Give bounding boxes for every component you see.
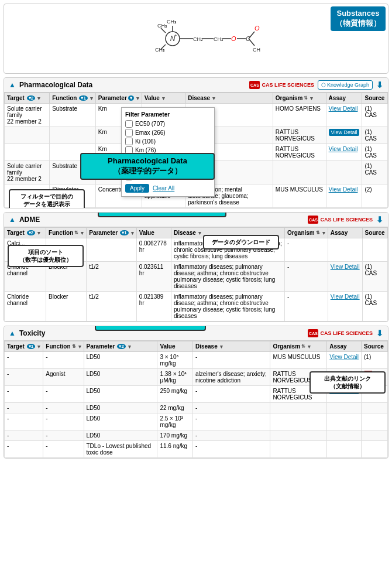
- cell-target: [5, 144, 50, 161]
- cell-source: [362, 441, 388, 458]
- col-source: Source: [362, 93, 388, 104]
- adme-collapse-icon[interactable]: ▲: [9, 216, 16, 224]
- cell-disease: -: [192, 352, 270, 369]
- cell-source: (1) CAS: [362, 161, 388, 184]
- cell-disease: inflammatory diseases; pulmonary disease…: [171, 292, 285, 322]
- cell-parameter: [87, 238, 136, 262]
- tox-col-disease: Disease ▾: [192, 341, 270, 352]
- filter-item: Bmax (48): [125, 173, 211, 180]
- cell-disease: inflammatory diseases; pulmonary disease…: [171, 262, 285, 292]
- cell-value: 250 mg/kg: [157, 386, 193, 403]
- cell-organism: -: [285, 292, 328, 322]
- cell-function: Blocker: [46, 262, 87, 292]
- table-row: - - LD50 3 × 10³ mg/kg - MUS MUSCULUS Vi…: [5, 352, 388, 369]
- filter-activity-checkbox[interactable]: [125, 164, 133, 172]
- cell-target: [5, 127, 50, 144]
- svg-line-3: [161, 28, 166, 33]
- svg-text:CH₃: CH₃: [167, 19, 177, 25]
- cell-organism: RATTUS NORVEGICUS: [273, 144, 326, 161]
- pharmacological-collapse-icon[interactable]: ▲: [9, 81, 16, 89]
- filter-apply-button[interactable]: Apply: [125, 184, 149, 193]
- cell-target: -: [5, 369, 43, 386]
- cell-assay[interactable]: View Detail: [326, 104, 362, 127]
- filter-ki-checkbox[interactable]: [125, 138, 133, 145]
- cell-target: Solute carrier family22 member 2: [5, 161, 50, 184]
- cell-function: -: [43, 430, 84, 441]
- toxicity-table-wrap: Target ▾1 ▾ Function ⇅ ▾ Parameter ▾2 ▾ …: [4, 341, 388, 458]
- filter-ec50-checkbox[interactable]: [125, 120, 133, 128]
- cell-assay[interactable]: View Detail: [328, 262, 362, 292]
- filter-ic50-checkbox[interactable]: [125, 155, 133, 163]
- cell-value: 170 mg/kg: [157, 430, 193, 441]
- svg-text:CH₃: CH₃: [157, 23, 167, 29]
- cell-organism: [270, 413, 327, 430]
- toxicity-header: ▲ Toxicity CAS CAS LIFE SCIENCES ⬇: [4, 326, 388, 341]
- filter-clear-button[interactable]: Clear All: [153, 184, 174, 193]
- cell-organism: [270, 441, 327, 458]
- filter-item: Emax (266): [125, 129, 211, 136]
- knowledge-graph-button[interactable]: ⬡ Knowledge Graph: [318, 80, 373, 90]
- table-row: - - TDLo - Lowest published toxic dose 1…: [5, 441, 388, 458]
- molecule-area: N + CH₃ CH₃ CH₃ CH₂ CH₂ O C O CH₃ Substa…: [4, 4, 388, 74]
- col-parameter[interactable]: Parameter ▾ ▾: [95, 93, 142, 104]
- pharmacological-download-button[interactable]: ⬇: [376, 80, 383, 90]
- cell-target: Chloride channel: [5, 262, 46, 292]
- cell-organism: MUS MUSCULUS: [270, 352, 327, 369]
- cell-parameter: LD50: [84, 386, 157, 403]
- filter-emax-checkbox[interactable]: [125, 129, 133, 136]
- adme-col-assay: Assay: [328, 228, 362, 238]
- cell-disease: -: [192, 386, 270, 403]
- cell-function: [50, 144, 96, 161]
- cell-source: [362, 430, 388, 441]
- cell-target: -: [5, 352, 43, 369]
- cell-source: (1) CAS: [362, 104, 388, 127]
- cell-assay[interactable]: View Detail: [326, 127, 362, 144]
- cell-parameter: LD50: [84, 413, 157, 430]
- adme-col-parameter: Parameter ▾1 ▾: [87, 228, 136, 238]
- cell-parameter: LD50: [84, 352, 157, 369]
- cell-assay[interactable]: View Detail: [326, 184, 362, 208]
- adme-col-organism: Organism ⇅ ▾: [285, 228, 328, 238]
- molecule-svg: N + CH₃ CH₃ CH₃ CH₂ CH₂ O C O CH₃: [132, 9, 260, 68]
- cell-function: Agonist: [43, 369, 84, 386]
- cell-source: [362, 386, 388, 403]
- toxicity-collapse-icon[interactable]: ▲: [9, 329, 16, 337]
- cas-life-sciences-logo: CAS CAS LIFE SCIENCES: [249, 81, 314, 89]
- cell-assay[interactable]: View Detail: [327, 386, 362, 403]
- pharmacological-section: ▲ Pharmacological Data CAS CAS LIFE SCIE…: [4, 77, 388, 208]
- filter-item: Ki (106): [125, 138, 211, 145]
- cell-parameter: TDLo - Lowest published toxic dose: [84, 441, 157, 458]
- cell-organism: HOMO SAPIENS: [273, 104, 326, 127]
- cell-source: (1) CAS: [362, 127, 388, 144]
- cell-assay[interactable]: View Detail: [327, 352, 362, 369]
- cell-organism: [270, 430, 327, 441]
- toxicity-download-button[interactable]: ⬇: [376, 329, 383, 338]
- cell-function: -: [43, 441, 84, 458]
- cell-assay[interactable]: View Detail: [326, 144, 362, 161]
- filter-popup-title: Filter Parameter: [125, 111, 211, 118]
- cell-value: 11.6 ng/kg: [157, 441, 193, 458]
- col-organism: Organism ⇅ ▾: [273, 93, 326, 104]
- cell-assay[interactable]: View Detail: [328, 292, 362, 322]
- filter-popup: Filter Parameter EC50 (707) Emax (266) K…: [121, 107, 215, 197]
- cell-target: Calci...: [5, 238, 46, 262]
- cell-value: 3 × 10³ mg/kg: [157, 352, 193, 369]
- cell-organism: [270, 403, 327, 413]
- filter-bmax-checkbox[interactable]: [125, 173, 133, 180]
- cell-function: [46, 238, 87, 262]
- adme-cas-logo: CAS CAS LIFE SCIENCES: [308, 216, 373, 224]
- cell-assay[interactable]: View Detail: [327, 369, 362, 386]
- table-row: Chloride channel Blocker t1/2 0.021389 h…: [5, 292, 388, 322]
- adme-title: ADME: [19, 216, 40, 224]
- cell-parameter: LD50: [84, 403, 157, 413]
- cell-target: Solute carrier family22 member 2: [5, 104, 50, 127]
- cell-organism: -: [285, 238, 328, 262]
- cell-assay: [327, 441, 362, 458]
- tox-col-parameter: Parameter ▾2 ▾: [84, 341, 157, 352]
- cell-function: -: [43, 352, 84, 369]
- adme-download-button[interactable]: ⬇: [376, 215, 383, 224]
- cell-function: -: [43, 403, 84, 413]
- cell-source: (1) CAS: [362, 292, 387, 322]
- cell-target: Chloride channel: [5, 292, 46, 322]
- filter-km-checkbox[interactable]: [125, 146, 133, 154]
